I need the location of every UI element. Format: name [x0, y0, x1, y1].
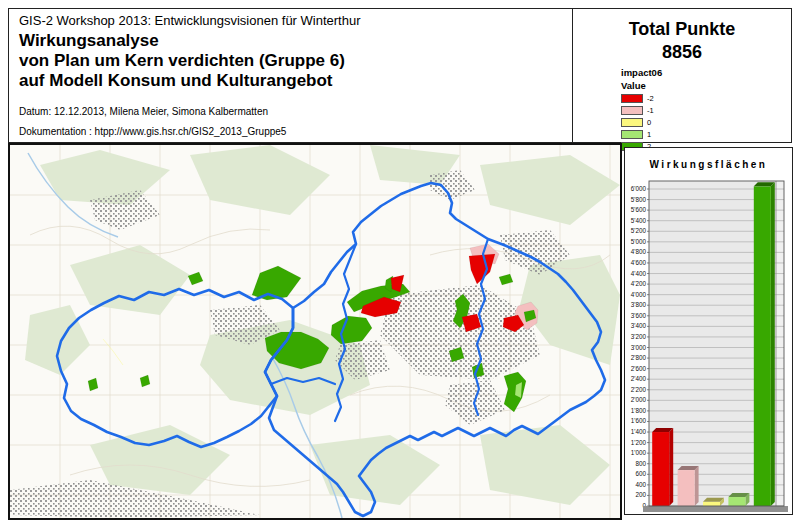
- y-tick-label: 5'800: [631, 196, 647, 203]
- legend-label: -2: [647, 94, 654, 103]
- legend-item: -1: [621, 105, 662, 115]
- bar-side--1: [695, 466, 699, 506]
- y-tick-label: 1'000: [631, 449, 647, 456]
- legend-subtitle: Value: [621, 80, 662, 91]
- y-tick-label: 1'200: [631, 439, 647, 446]
- legend-item: 0: [621, 117, 662, 127]
- impact-area-bar-chart: 02004006008001'0001'2001'4001'6001'8002'…: [625, 148, 794, 516]
- bar--1: [678, 470, 695, 506]
- main-title-line-1: Wirkungsanalyse: [19, 31, 562, 51]
- y-tick-label: 5'600: [631, 206, 647, 213]
- bar-0: [703, 502, 720, 506]
- y-tick-label: 3'400: [631, 322, 647, 329]
- bar-side-2: [771, 182, 775, 506]
- y-tick-label: 5'400: [631, 217, 647, 224]
- score-legend-panel: Total Punkte 8856 impact06 Value -2-1012: [573, 9, 791, 142]
- impact-legend: impact06 Value -2-1012: [621, 67, 662, 151]
- y-tick-label: 4'600: [631, 259, 647, 266]
- y-tick-label: 1'600: [631, 417, 647, 424]
- y-tick-label: 3'600: [631, 312, 647, 319]
- main-title: Wirkungsanalyse von Plan um Kern verdich…: [19, 31, 562, 91]
- y-tick-label: 3'800: [631, 301, 647, 308]
- y-tick-label: 2'400: [631, 375, 647, 382]
- y-tick-label: 5'200: [631, 227, 647, 234]
- main-title-line-3: auf Modell Konsum und Kulturangebot: [19, 71, 562, 91]
- legend-items: -2-1012: [621, 93, 662, 151]
- impact-area-chart-panel: Wirkungsflächen 02004006008001'0001'2001…: [624, 147, 793, 515]
- bar-1: [728, 497, 745, 506]
- y-tick-label: 200: [635, 491, 646, 498]
- map-sheet: GIS-2 Workshop 2013: Entwicklungsvisione…: [0, 0, 800, 528]
- y-tick-label: 1'400: [631, 428, 647, 435]
- y-tick-label: 2'200: [631, 386, 647, 393]
- y-tick-label: 6'000: [631, 185, 647, 192]
- y-tick-label: 3'000: [631, 344, 647, 351]
- legend-swatch: [621, 118, 643, 127]
- y-tick-label: 2'000: [631, 396, 647, 403]
- main-title-line-2: von Plan um Kern verdichten (Gruppe 6): [19, 51, 562, 71]
- legend-label: 0: [647, 118, 651, 127]
- bar--2: [652, 432, 669, 506]
- legend-swatch: [621, 94, 643, 103]
- y-tick-label: 800: [635, 460, 646, 467]
- header: GIS-2 Workshop 2013: Entwicklungsvisione…: [8, 8, 792, 143]
- y-tick-label: 1'800: [631, 407, 647, 414]
- legend-label: 1: [647, 130, 651, 139]
- legend-title: impact06: [621, 67, 662, 78]
- y-tick-label: 4'000: [631, 291, 647, 298]
- total-score-label: Total Punkte: [573, 18, 791, 41]
- title-block: GIS-2 Workshop 2013: Entwicklungsvisione…: [9, 9, 573, 142]
- chart-floor: [643, 506, 788, 512]
- y-tick-label: 600: [635, 470, 646, 477]
- plot-side-wall: [776, 181, 784, 506]
- workshop-supertitle: GIS-2 Workshop 2013: Entwicklungsvisione…: [19, 13, 562, 28]
- legend-item: -2: [621, 93, 662, 103]
- legend-label: -1: [647, 106, 654, 115]
- legend-swatch: [621, 106, 643, 115]
- legend-item: 1: [621, 129, 662, 139]
- total-score: Total Punkte 8856: [573, 18, 791, 63]
- y-tick-label: 2'600: [631, 365, 647, 372]
- y-tick-label: 5'000: [631, 238, 647, 245]
- y-tick-label: 2'800: [631, 354, 647, 361]
- legend-swatch: [621, 130, 643, 139]
- y-tick-label: 4'200: [631, 280, 647, 287]
- total-score-value: 8856: [573, 41, 791, 64]
- map-frame: [8, 143, 622, 520]
- topographic-map: [10, 145, 620, 518]
- bar-2: [754, 186, 771, 506]
- y-tick-label: 400: [635, 481, 646, 488]
- y-tick-label: 4'400: [631, 270, 647, 277]
- documentation-link: Dokumentation : htpp://www.gis.hsr.ch/GI…: [19, 126, 562, 137]
- date-authors: Datum: 12.12.2013, Milena Meier, Simona …: [19, 106, 562, 117]
- y-tick-label: 4'800: [631, 248, 647, 255]
- y-tick-label: 3'200: [631, 333, 647, 340]
- bar-side--2: [669, 428, 673, 506]
